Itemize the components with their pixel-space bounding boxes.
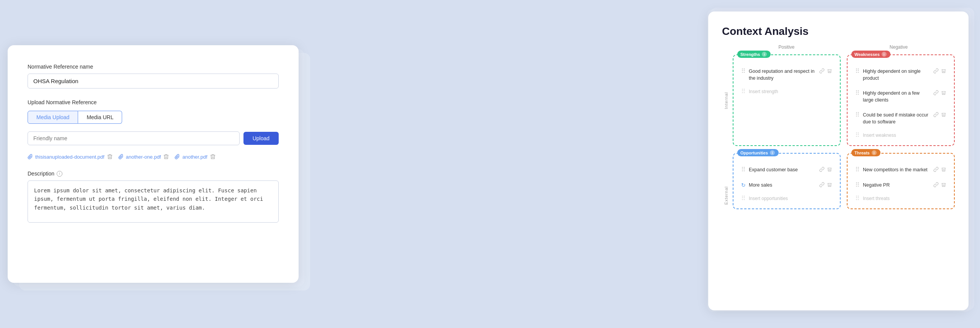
drag-handle-o1[interactable]: ⠿ <box>741 167 746 173</box>
insert-strength-placeholder: ⠿ Insert strength <box>739 86 835 97</box>
file-list: thisisanuploaded-document.pdf another-on… <box>28 154 279 160</box>
delete-file-1[interactable] <box>107 154 113 160</box>
description-info-icon[interactable]: i <box>57 171 62 177</box>
link-icon-w3[interactable] <box>933 112 939 117</box>
threat-item-2: ⠿ Negative PR <box>853 179 949 192</box>
drag-handle-w2[interactable]: ⠿ <box>855 90 860 96</box>
upload-normative-label: Upload Normative Reference <box>28 99 279 105</box>
link-icon-t2[interactable] <box>933 182 939 187</box>
trash-icon-t1[interactable] <box>941 167 946 172</box>
file-name-2: another-one.pdf <box>126 154 161 160</box>
description-label: Description i <box>28 171 279 177</box>
normative-ref-input[interactable] <box>28 74 279 89</box>
context-analysis-title: Context Analysis <box>722 25 955 38</box>
normative-ref-label: Normative Reference name <box>28 64 279 70</box>
link-icon-o2[interactable] <box>819 182 825 187</box>
col-header-negative: Negative <box>843 44 955 50</box>
upload-tabs: Media Upload Media URL <box>28 111 279 124</box>
strength-item-1: ⠿ Good reputation and respect in the ind… <box>739 65 835 85</box>
opportunity-item-1: ⠿ Expand customer base <box>739 164 835 177</box>
threats-badge: Threats i <box>851 149 880 156</box>
friendly-name-input[interactable] <box>28 131 240 145</box>
trash-icon-o2[interactable] <box>827 182 832 187</box>
trash-icon-o1[interactable] <box>827 167 832 172</box>
upload-row: Upload <box>28 131 279 145</box>
drag-handle-t1[interactable]: ⠿ <box>855 167 860 173</box>
drag-handle-t2[interactable]: ⠿ <box>855 182 860 188</box>
link-icon-o1[interactable] <box>819 167 825 172</box>
link-icon-w2[interactable] <box>933 90 939 95</box>
weakness-item-3-actions <box>933 112 946 117</box>
upload-button[interactable]: Upload <box>243 132 279 145</box>
file-item-1: thisisanuploaded-document.pdf <box>28 154 113 160</box>
paperclip-icon-3 <box>175 154 180 159</box>
trash-icon-s1[interactable] <box>827 68 832 74</box>
link-icon-t1[interactable] <box>933 167 939 172</box>
weakness-item-1-actions <box>933 68 946 74</box>
threats-section: Threats i ⠿ New competitors in the marke… <box>847 153 955 209</box>
weaknesses-section: Weaknesses i ⠿ Highly dependent on singl… <box>847 54 955 146</box>
drag-handle-s1[interactable]: ⠿ <box>741 68 746 74</box>
weakness-item-3: ⠿ Could be sued if mistake occur due to … <box>853 109 949 128</box>
media-url-tab[interactable]: Media URL <box>78 111 122 124</box>
strengths-badge: Strengths i <box>737 51 771 58</box>
description-textarea[interactable]: Lorem ipsum dolor sit amet, consectetur … <box>28 180 279 223</box>
row-label-internal: Internal <box>722 54 730 146</box>
strengths-section: Strengths i ⠿ Good reputation and respec… <box>733 54 841 146</box>
paperclip-icon-1 <box>28 154 33 159</box>
trash-icon-2 <box>163 154 169 160</box>
drag-handle-wp: ⠿ <box>855 132 860 138</box>
threat-item-1-actions <box>933 167 946 172</box>
drag-handle-w1[interactable]: ⠿ <box>855 68 860 74</box>
context-analysis-panel: Context Analysis Positive Negative Inter… <box>708 11 969 310</box>
file-item-3: another.pdf <box>175 154 216 160</box>
trash-icon-w3[interactable] <box>941 112 946 117</box>
drag-handle-tp: ⠿ <box>855 195 860 202</box>
link-icon-w1[interactable] <box>933 68 939 74</box>
normative-reference-panel: Normative Reference name Upload Normativ… <box>8 45 299 283</box>
delete-file-3[interactable] <box>210 154 216 160</box>
threats-info[interactable]: i <box>872 150 877 155</box>
threat-item-1: ⠿ New competitors in the market <box>853 164 949 177</box>
trash-icon-t2[interactable] <box>941 182 946 187</box>
opportunity-item-2-actions <box>819 182 832 187</box>
media-upload-tab[interactable]: Media Upload <box>28 111 78 124</box>
drag-handle-w3[interactable]: ⠿ <box>855 112 860 118</box>
insert-opportunities-placeholder: ⠿ Insert opportunities <box>739 193 835 204</box>
weakness-item-2-actions <box>933 90 946 95</box>
opportunities-section: Opportunities i ⠿ Expand customer base ↻ <box>733 153 841 209</box>
insert-threats-placeholder: ⠿ Insert threats <box>853 193 949 204</box>
delete-file-2[interactable] <box>163 154 169 160</box>
col-header-positive: Positive <box>730 44 843 50</box>
opportunity-item-2: ↻ More sales <box>739 179 835 192</box>
strengths-info[interactable]: i <box>762 52 767 57</box>
threat-item-2-actions <box>933 182 946 187</box>
link-icon-s1[interactable] <box>819 68 825 74</box>
file-name-3: another.pdf <box>182 154 207 160</box>
weaknesses-badge: Weaknesses i <box>851 51 890 58</box>
trash-icon-w1[interactable] <box>941 68 946 74</box>
opportunities-badge: Opportunities i <box>737 149 779 156</box>
strength-item-1-actions <box>819 68 832 74</box>
trash-icon-3 <box>210 154 216 160</box>
paperclip-icon-2 <box>118 154 124 159</box>
file-name-1: thisisanuploaded-document.pdf <box>35 154 105 160</box>
drag-handle-sp: ⠿ <box>741 89 746 95</box>
file-item-2: another-one.pdf <box>118 154 170 160</box>
weaknesses-info[interactable]: i <box>882 52 887 57</box>
opportunities-info[interactable]: i <box>770 150 775 155</box>
row-label-external: External <box>722 153 730 238</box>
insert-weakness-placeholder: ⠿ Insert weakness <box>853 130 949 141</box>
trash-icon-1 <box>107 154 113 160</box>
drag-handle-op: ⠿ <box>741 195 746 202</box>
weakness-item-2: ⠿ Highly dependent on a few large client… <box>853 87 949 107</box>
opportunity-item-1-actions <box>819 167 832 172</box>
weakness-item-1: ⠿ Highly dependent on single product <box>853 65 949 85</box>
trash-icon-w2[interactable] <box>941 90 946 95</box>
refresh-icon-o2: ↻ <box>741 182 746 188</box>
